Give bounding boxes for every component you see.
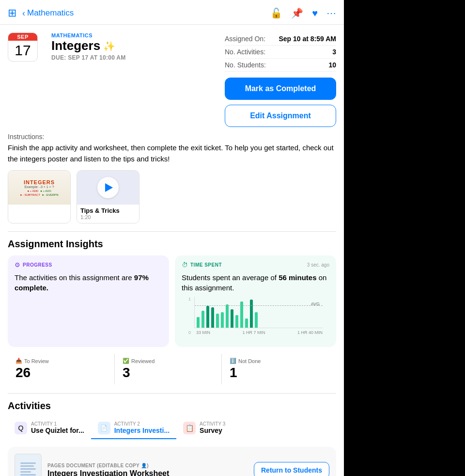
time-timestamp: 3 sec. ago (307, 262, 329, 268)
students-row: No. Students: 10 (225, 59, 336, 72)
students-label: No. Students: (225, 61, 266, 69)
bar-4 (211, 307, 214, 328)
assigned-on-row: Assigned On: Sep 10 at 8:59 AM (225, 32, 336, 46)
bar-2 (202, 311, 204, 328)
cal-day: 17 (15, 41, 31, 61)
not-done-value: 1 (230, 365, 328, 381)
students-value: 10 (328, 61, 336, 69)
time-chart: 1 0 AVG (182, 293, 329, 341)
calendar-badge: SEP 17 (8, 32, 38, 62)
instructions-label: Instructions: (8, 133, 336, 141)
tips-tricks-title: Tips & Tricks (80, 207, 136, 214)
chart-label-3: 1 HR 40 MIN (297, 330, 323, 335)
play-button[interactable] (97, 177, 119, 198)
activity-3-name: Survey (200, 427, 225, 434)
doc-label: PAGES DOCUMENT (EDITABLE COPY 👤) (47, 463, 248, 468)
assigned-on-value: Sep 10 at 8:59 AM (279, 35, 336, 43)
due-date: DUE: SEP 17 AT 10:00 AM (51, 54, 126, 61)
survey-icon: 📋 (183, 422, 196, 434)
progress-text: The activities on this assignment are 97… (15, 272, 162, 293)
activity-2-num: ACTIVITY 2 (114, 421, 170, 427)
cal-month: SEP (8, 33, 37, 41)
return-to-students-button[interactable]: Return to Students (254, 462, 329, 476)
subject-label: Mathematics (51, 32, 126, 38)
bar-13 (255, 312, 258, 328)
bar-6 (221, 312, 224, 328)
assignment-title: Integers ✨ (51, 38, 126, 53)
stats-row: 📥 To Review 26 ✅ Reviewed 3 ℹ️ Not Done … (8, 354, 336, 388)
progress-tag: PROGRESS (23, 262, 52, 268)
to-review-stat: 📥 To Review 26 (16, 354, 115, 384)
insights-title: Assignment Insights (8, 238, 336, 250)
integers-poster-card[interactable]: INTEGERS Example: -3 + 1 = ? ● + ADD ● +… (8, 170, 71, 223)
progress-icon: ⚙ (15, 261, 20, 269)
reviewed-value: 3 (123, 365, 221, 381)
activities-value: 3 (332, 48, 336, 56)
avg-label: AVG (311, 301, 320, 306)
tab-activity-2[interactable]: 📄 ACTIVITY 2 Integers Investi... (91, 417, 176, 439)
activity-1-name: Use Quizlet for... (31, 427, 84, 434)
to-review-value: 26 (16, 365, 114, 381)
chart-label-1: 33 MIN (196, 330, 210, 335)
pages-icon: 📄 (98, 422, 110, 434)
pin-icon[interactable]: 📌 (291, 7, 303, 19)
to-review-icon: 📥 (16, 358, 22, 364)
doc-title: Integers Investigation Worksheet (47, 469, 248, 476)
time-text: Students spent an average of 56 minutes … (182, 272, 329, 293)
quizlet-icon: Q (15, 422, 27, 434)
reviewed-stat: ✅ Reviewed 3 (115, 354, 222, 384)
sidebar-toggle[interactable]: ⊞ (8, 7, 16, 19)
activity-1-num: ACTIVITY 1 (31, 421, 84, 427)
more-icon[interactable]: ⋯ (326, 7, 336, 19)
tips-tricks-card[interactable]: Tips & Tricks 1:20 (77, 170, 140, 223)
activity-tabs: Q ACTIVITY 1 Use Quizlet for... 📄 ACTIVI… (8, 417, 336, 439)
media-row: INTEGERS Example: -3 + 1 = ? ● + ADD ● +… (0, 170, 344, 231)
bar-8 (231, 309, 233, 328)
bar-1 (197, 317, 200, 328)
meta-table: Assigned On: Sep 10 at 8:59 AM No. Activ… (225, 32, 336, 72)
bar-7 (226, 304, 229, 328)
edit-assignment-button[interactable]: Edit Assignment (225, 105, 336, 127)
lock-icon[interactable]: 🔓 (270, 7, 282, 19)
bar-3 (206, 306, 209, 328)
back-button[interactable]: ‹ Mathematics (22, 8, 74, 18)
heart-icon[interactable]: ♥ (312, 8, 318, 19)
sparkle-icon: ✨ (103, 40, 115, 52)
chart-label-2: 1 HR 7 MIN (242, 330, 265, 335)
chevron-left-icon: ‹ (22, 8, 25, 18)
doc-thumbnail (15, 454, 42, 476)
tips-tricks-duration: 1:20 (80, 214, 136, 220)
activities-row: No. Activities: 3 (225, 46, 336, 59)
mark-completed-button[interactable]: Mark as Completed (225, 78, 336, 100)
progress-card: ⚙ PROGRESS The activities on this assign… (8, 255, 169, 347)
bar-5 (216, 314, 219, 328)
activity-3-num: ACTIVITY 3 (200, 421, 225, 427)
activities-label: No. Activities: (225, 48, 265, 56)
time-icon: ⏱ (182, 261, 188, 269)
play-icon (105, 183, 113, 192)
tab-activity-1[interactable]: Q ACTIVITY 1 Use Quizlet for... (8, 417, 91, 439)
tab-activity-3[interactable]: 📋 ACTIVITY 3 Survey (176, 417, 232, 439)
time-tag: TIME SPENT (190, 262, 222, 268)
bar-9 (235, 315, 238, 328)
bar-12 (250, 300, 253, 328)
instructions-text: Finish the app activity and worksheet, t… (8, 143, 336, 164)
not-done-icon: ℹ️ (230, 358, 236, 364)
time-spent-card: ⏱ TIME SPENT 3 sec. ago Students spent a… (175, 255, 336, 347)
back-label: Mathematics (27, 8, 74, 18)
activities-title: Activities (8, 400, 336, 412)
not-done-stat: ℹ️ Not Done 1 (222, 354, 328, 384)
activity-2-name: Integers Investi... (114, 427, 170, 434)
poster-title: INTEGERS (24, 179, 55, 185)
document-card: PAGES DOCUMENT (EDITABLE COPY 👤) Integer… (8, 447, 336, 476)
assigned-on-label: Assigned On: (225, 35, 265, 43)
reviewed-icon: ✅ (123, 358, 129, 364)
bar-11 (245, 318, 248, 328)
